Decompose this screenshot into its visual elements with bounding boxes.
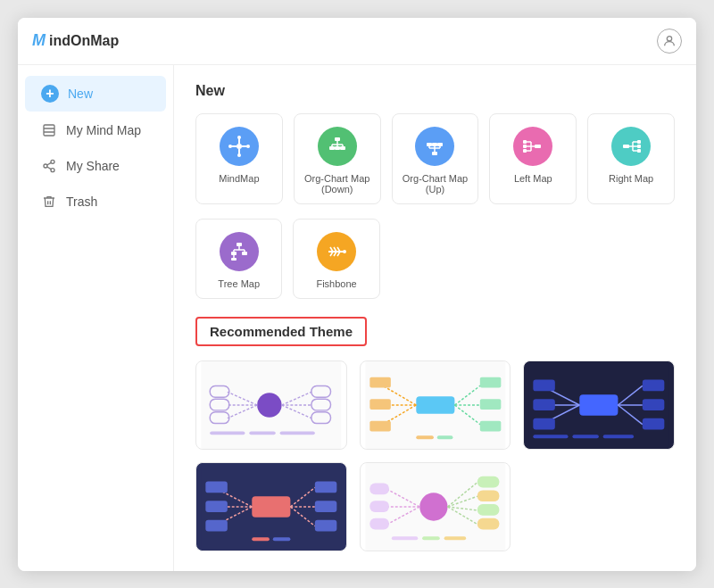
svg-point-70 bbox=[343, 250, 346, 253]
svg-rect-150 bbox=[477, 504, 500, 516]
svg-rect-29 bbox=[437, 143, 443, 146]
svg-point-9 bbox=[237, 144, 242, 149]
svg-rect-87 bbox=[280, 431, 315, 435]
sidebar-item-new-label: New bbox=[68, 87, 93, 101]
svg-point-72 bbox=[257, 393, 281, 417]
main-content: New bbox=[174, 65, 696, 571]
svg-rect-102 bbox=[416, 435, 434, 439]
sidebar: + New My Mind Map bbox=[18, 65, 174, 571]
svg-rect-89 bbox=[416, 396, 454, 414]
mindmap-label: MindMap bbox=[219, 173, 259, 184]
svg-point-4 bbox=[51, 160, 54, 163]
map-type-right-map[interactable]: Right Map bbox=[587, 113, 675, 204]
sidebar-item-my-mind-map[interactable]: My Mind Map bbox=[25, 113, 166, 147]
svg-rect-155 bbox=[444, 536, 466, 540]
map-type-org-chart-down[interactable]: Org-Chart Map (Down) bbox=[294, 113, 381, 204]
theme-grid bbox=[195, 360, 675, 551]
theme-card-5[interactable] bbox=[360, 462, 511, 551]
svg-rect-144 bbox=[369, 518, 389, 529]
recommended-theme-label: Recommended Theme bbox=[195, 317, 367, 346]
map-type-tree-map[interactable]: Tree Map bbox=[195, 219, 282, 299]
right-map-label: Right Map bbox=[609, 173, 653, 184]
map-type-fishbone[interactable]: Fishbone bbox=[293, 219, 379, 299]
svg-rect-51 bbox=[637, 140, 641, 144]
svg-point-0 bbox=[667, 36, 671, 40]
svg-rect-97 bbox=[479, 377, 501, 387]
theme-card-2[interactable] bbox=[360, 360, 511, 450]
svg-rect-117 bbox=[643, 418, 665, 429]
sidebar-item-trash-label: Trash bbox=[66, 195, 97, 209]
svg-rect-42 bbox=[523, 140, 527, 144]
right-map-icon bbox=[611, 127, 651, 166]
svg-rect-118 bbox=[534, 435, 569, 438]
svg-rect-27 bbox=[427, 143, 432, 146]
svg-point-138 bbox=[419, 493, 447, 520]
svg-rect-18 bbox=[335, 137, 340, 141]
sidebar-item-my-share[interactable]: My Share bbox=[25, 149, 166, 183]
svg-rect-107 bbox=[534, 379, 556, 391]
sidebar-item-trash[interactable]: Trash bbox=[25, 185, 166, 219]
fishbone-icon bbox=[317, 232, 356, 271]
svg-rect-99 bbox=[479, 399, 501, 410]
fishbone-label: Fishbone bbox=[316, 278, 356, 289]
svg-rect-132 bbox=[315, 501, 337, 512]
theme-card-3[interactable] bbox=[523, 360, 675, 450]
svg-rect-44 bbox=[523, 149, 527, 153]
svg-point-6 bbox=[51, 168, 54, 171]
tree-map-icon bbox=[220, 232, 259, 271]
svg-rect-124 bbox=[205, 481, 228, 493]
svg-rect-95 bbox=[369, 420, 391, 431]
svg-rect-28 bbox=[432, 143, 437, 146]
theme-card-1[interactable] bbox=[195, 360, 347, 450]
new-section-title: New bbox=[195, 83, 675, 99]
svg-rect-120 bbox=[603, 435, 634, 438]
share-icon bbox=[41, 158, 57, 174]
svg-rect-45 bbox=[623, 145, 629, 148]
svg-rect-152 bbox=[477, 518, 500, 529]
svg-rect-91 bbox=[369, 377, 391, 387]
sidebar-item-my-mind-map-label: My Mind Map bbox=[66, 123, 141, 137]
svg-rect-36 bbox=[535, 145, 541, 148]
svg-rect-113 bbox=[643, 379, 665, 391]
svg-rect-111 bbox=[534, 418, 556, 429]
sidebar-item-new[interactable]: + New bbox=[25, 76, 166, 112]
svg-rect-126 bbox=[205, 501, 228, 512]
map-type-org-chart-up[interactable]: Org-Chart Map (Up) bbox=[392, 113, 479, 204]
svg-rect-1 bbox=[44, 125, 54, 136]
svg-point-16 bbox=[228, 145, 232, 148]
svg-rect-59 bbox=[231, 252, 237, 255]
svg-rect-24 bbox=[329, 146, 335, 150]
mindmap-icon bbox=[220, 127, 259, 166]
tree-map-label: Tree Map bbox=[218, 278, 260, 289]
app-window: MindOnMap + New My Mind Map bbox=[18, 18, 696, 571]
svg-rect-122 bbox=[252, 496, 290, 518]
svg-rect-43 bbox=[523, 145, 527, 148]
svg-rect-62 bbox=[231, 258, 237, 261]
sidebar-item-my-share-label: My Share bbox=[66, 159, 120, 173]
user-avatar-icon[interactable] bbox=[657, 29, 682, 54]
svg-rect-140 bbox=[369, 483, 389, 494]
org-chart-up-label: Org-Chart Map (Up) bbox=[400, 173, 471, 195]
org-chart-up-icon bbox=[415, 127, 454, 166]
svg-rect-109 bbox=[534, 399, 556, 410]
svg-rect-119 bbox=[573, 435, 599, 438]
svg-rect-146 bbox=[477, 476, 500, 487]
svg-line-8 bbox=[47, 162, 52, 165]
org-chart-down-label: Org-Chart Map (Down) bbox=[302, 173, 373, 195]
map-type-grid-row1: MindMap bbox=[195, 113, 675, 204]
map-type-left-map[interactable]: Left Map bbox=[489, 113, 577, 204]
svg-point-5 bbox=[44, 164, 47, 168]
left-map-icon bbox=[513, 127, 552, 166]
svg-rect-148 bbox=[477, 490, 500, 501]
plus-icon: + bbox=[41, 85, 59, 103]
theme-card-4[interactable] bbox=[195, 462, 347, 551]
svg-rect-135 bbox=[252, 537, 270, 541]
svg-point-14 bbox=[237, 136, 241, 139]
map-type-mindmap[interactable]: MindMap bbox=[195, 113, 283, 204]
svg-rect-115 bbox=[643, 399, 665, 410]
svg-rect-103 bbox=[436, 435, 452, 439]
svg-rect-142 bbox=[369, 501, 389, 512]
svg-rect-134 bbox=[315, 519, 337, 531]
theme-preview-2 bbox=[361, 361, 511, 449]
theme-preview-4 bbox=[196, 463, 346, 551]
